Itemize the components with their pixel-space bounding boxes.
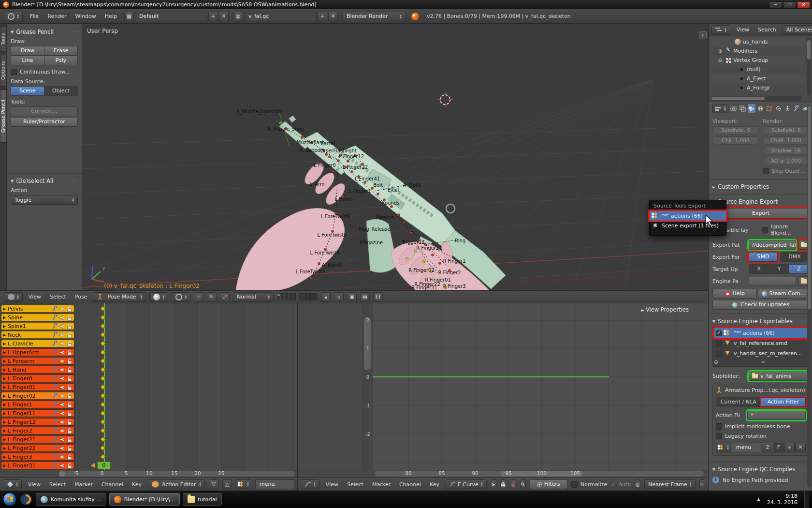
expander-icon[interactable]: ⊖	[717, 58, 723, 63]
region-expand-button[interactable]: +	[699, 31, 707, 39]
wrench-icon[interactable]	[52, 428, 58, 434]
export-button[interactable]: Export	[713, 208, 808, 219]
channel-row[interactable]: ▶ Spine1	[0, 322, 298, 330]
viewport-3d[interactable]: y A_Muzzle_IronsightA_Muzzle_SuppMuzzlef…	[82, 24, 708, 290]
properties-editor-type-dropdown[interactable]	[712, 104, 728, 113]
restore-button[interactable]: ❐	[783, 1, 796, 8]
graph-menu-item[interactable]: View	[323, 480, 341, 489]
bone-label[interactable]: barrel	[320, 141, 334, 146]
action-filter-field[interactable]: *	[747, 411, 806, 420]
expand-icon[interactable]: ▶	[3, 403, 8, 407]
channel-row[interactable]: ▶ L Hand	[0, 365, 298, 374]
ruler-protractor-button[interactable]: Ruler/Protractor	[11, 117, 78, 127]
line-button[interactable]: Line	[11, 56, 44, 65]
show-desktop-button[interactable]	[804, 491, 809, 508]
dope-mode-dropdown[interactable]: Action Editor	[148, 479, 205, 489]
convert-button[interactable]: Convert...	[11, 106, 78, 116]
smd-toggle-button[interactable]: SMD	[749, 252, 778, 262]
speaker-icon[interactable]	[59, 314, 65, 321]
channel-row[interactable]: ▶ L Forearm	[0, 357, 298, 365]
render-child-slider[interactable]: Child: 1.000	[763, 136, 809, 145]
bone-label[interactable]: Weapon	[376, 215, 395, 220]
lock-icon[interactable]	[66, 410, 72, 417]
action-name-field[interactable]: menu	[732, 443, 761, 452]
bone-label[interactable]: L Finger12	[339, 154, 364, 159]
bone-label[interactable]: R Finger3	[443, 284, 465, 289]
lock-icon[interactable]	[66, 367, 72, 373]
channel-row[interactable]: ▶ Neck	[0, 330, 298, 339]
exportable-item-row[interactable]: v_hands_sec_m_referen...	[714, 348, 808, 359]
zoom-tool-icon[interactable]: 🔍︎	[520, 479, 526, 489]
object-toggle-button[interactable]: Object	[44, 86, 78, 96]
channel-row[interactable]: ▶ L Finger31	[0, 461, 298, 470]
lock-icon[interactable]: 🔒︎	[321, 292, 331, 302]
export-path-field[interactable]: //decompiled_fal\	[749, 240, 796, 250]
expand-icon[interactable]: ▶	[3, 385, 8, 389]
manipulator-scale-icon[interactable]: ⤢	[220, 292, 230, 302]
bone-label[interactable]: R Finger11	[416, 245, 442, 251]
custom-properties-panel-header[interactable]: Custom Properties	[712, 183, 809, 190]
add-layout-button[interactable]: +	[208, 12, 218, 21]
firefox-icon[interactable]	[20, 493, 32, 505]
shading-dropdown[interactable]	[149, 292, 168, 302]
expand-icon[interactable]: ▶	[3, 315, 8, 320]
speaker-icon[interactable]	[59, 341, 65, 347]
expand-icon[interactable]: ▶	[3, 455, 8, 459]
channel-row[interactable]: ▶ L Finger02	[0, 391, 298, 400]
outliner-row[interactable]: A_Eject	[710, 74, 805, 83]
wrench-icon[interactable]	[52, 402, 58, 408]
graph-menu-item[interactable]: Key	[427, 480, 442, 489]
expand-icon[interactable]: ▶	[3, 376, 8, 381]
exportables-panel-header[interactable]: Source Engine Exportables	[712, 318, 809, 325]
bone-label[interactable]: Ring	[455, 238, 465, 243]
source-engine-export-panel-header[interactable]: Source Engine Export	[712, 198, 809, 205]
snap-element-icon[interactable]: ▣	[347, 292, 357, 302]
speaker-icon[interactable]	[59, 428, 65, 434]
graph-mode-dropdown[interactable]: F-Curve	[446, 479, 487, 489]
editor-type-dropdown[interactable]: i	[4, 12, 23, 21]
render-layers-tab-icon[interactable]	[739, 104, 746, 113]
current-nla-toggle[interactable]: Current / NLA	[716, 397, 761, 407]
keyframe-diamond[interactable]	[100, 358, 105, 363]
taskbar-button[interactable]: tutorial	[183, 493, 222, 506]
dmx-toggle-button[interactable]: DMX	[780, 252, 809, 262]
up-axis-y-button[interactable]: Y	[769, 264, 789, 274]
speaker-icon[interactable]	[59, 410, 65, 417]
exportable-item-row[interactable]: v_fal_reference.smd	[714, 338, 808, 348]
speaker-icon[interactable]	[59, 358, 65, 364]
copy-up-button[interactable]: △	[222, 479, 232, 489]
unlink-action-button[interactable]: ✕	[795, 443, 806, 452]
expand-icon[interactable]: ▶	[3, 437, 8, 442]
scene-tab-icon[interactable]	[748, 104, 755, 113]
taskbar-button[interactable]: Komunita služby ...	[36, 493, 106, 506]
manipulator-rotate-icon[interactable]: ↻	[207, 292, 217, 302]
check-updates-button[interactable]: Check for updates	[712, 300, 809, 310]
dope-menu-item[interactable]: Marker	[72, 480, 95, 489]
action-toggle-dropdown[interactable]: Toggle	[11, 195, 78, 205]
tab-grease-pencil[interactable]: Grease Pencil	[0, 90, 7, 143]
outliner-menu-item[interactable]: View	[734, 26, 752, 34]
wrench-icon[interactable]	[52, 332, 58, 338]
lock-icon[interactable]	[66, 463, 72, 469]
bone-label[interactable]: L Hand	[334, 196, 351, 202]
channel-row[interactable]: ▶ L Finger1	[0, 400, 298, 409]
panel-grip[interactable]	[70, 30, 78, 34]
normalize-checkbox[interactable]	[571, 481, 578, 488]
expand-icon[interactable]: ▶	[3, 359, 8, 363]
pivot-point-icon[interactable]: ◎	[510, 479, 516, 489]
shadow-samples-slider[interactable]: Shadow: 16	[763, 147, 809, 155]
bone-label[interactable]: L ForeTwist4	[310, 250, 339, 255]
render-tab-icon[interactable]	[730, 104, 738, 113]
action-browse-dropdown[interactable]	[716, 443, 731, 452]
bone-label[interactable]: R Finger31	[411, 285, 437, 290]
viewport-menu-item[interactable]: Select	[47, 293, 69, 301]
expand-icon[interactable]: ▶	[3, 324, 8, 329]
delete-scene-button[interactable]: ✕	[328, 12, 338, 21]
app-menu-item[interactable]: Window	[72, 12, 98, 20]
lock-icon[interactable]	[66, 445, 72, 451]
bone-label[interactable]: L ForeTwist5	[317, 232, 347, 238]
app-menu-item[interactable]: Help	[102, 12, 119, 20]
app-menu-item[interactable]: File	[28, 12, 41, 20]
outliner-row[interactable]: A_Foregr	[710, 83, 805, 92]
lock-icon[interactable]	[66, 358, 72, 364]
